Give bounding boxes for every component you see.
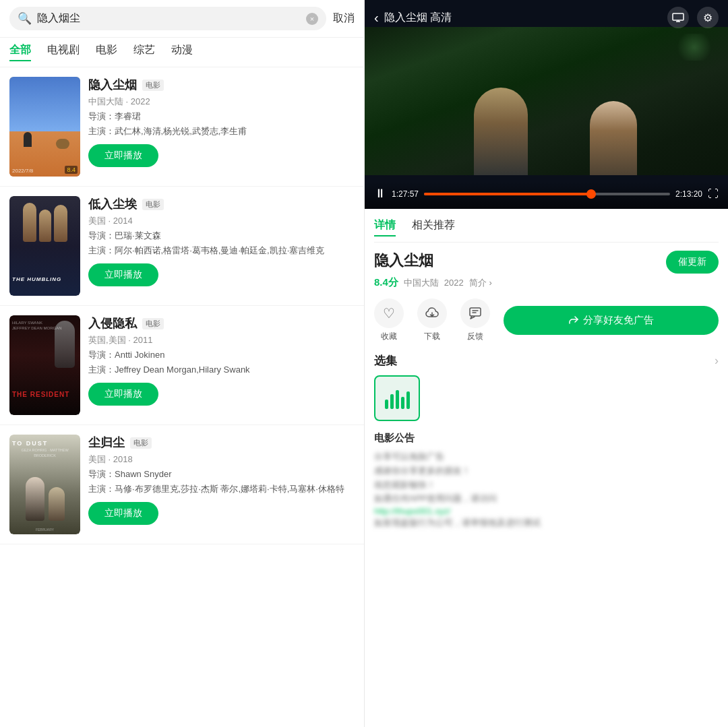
tab-variety[interactable]: 综艺 xyxy=(133,43,155,61)
episode-title: 选集 xyxy=(374,353,397,369)
region-text: 中国大陆 xyxy=(404,277,439,289)
poster-rating: 8.4 xyxy=(65,166,78,174)
result-cast: 主演：马修·布罗德里克,莎拉·杰斯 蒂尔,娜塔莉·卡特,马塞林·休格特 xyxy=(88,483,355,495)
to-dust-title: TO DUST xyxy=(12,440,48,447)
right-panel: ‹ 隐入尘烟 高清 ⚙ xyxy=(364,0,728,727)
back-icon[interactable]: ‹ xyxy=(374,10,379,26)
desc-line-4: 如遇任何APP使用问题，请访问 xyxy=(374,492,719,506)
video-player: ‹ 隐入尘烟 高清 ⚙ xyxy=(365,0,728,209)
progress-thumb[interactable] xyxy=(586,189,596,199)
play-button-1[interactable]: 立即播放 xyxy=(88,144,158,167)
detail-section: 详情 相关推荐 隐入尘烟 催更新 8.4分 中国大陆 2022 简介 › ♡ 收… xyxy=(365,209,728,727)
desc-section: 电影公告 分享可以免除广告 感谢你分享更多的朋友！ 祝您观影愉快！ 如遇任何AP… xyxy=(374,432,719,544)
svg-rect-1 xyxy=(470,308,481,316)
tab-anime[interactable]: 动漫 xyxy=(171,43,193,61)
svg-rect-0 xyxy=(673,13,684,20)
result-cast: 主演：武仁林,海清,杨光锐,武赟志,李生甫 xyxy=(88,125,355,137)
update-button[interactable]: 催更新 xyxy=(666,251,719,274)
share-button[interactable]: 分享好友免广告 xyxy=(504,306,719,335)
desc-title: 电影公告 xyxy=(374,432,719,445)
result-title: 低入尘埃 xyxy=(88,196,137,212)
cast-icon-btn[interactable] xyxy=(667,7,689,28)
result-title: 入侵隐私 xyxy=(88,315,137,331)
tab-all[interactable]: 全部 xyxy=(9,43,31,61)
result-list: 2022/7/8 8.4 隐入尘烟 电影 中国大陆 · 2022 导演：李睿珺 … xyxy=(0,67,364,727)
movie-sub-info: 8.4分 中国大陆 2022 简介 › xyxy=(374,276,719,289)
result-item: 2022/7/8 8.4 隐入尘烟 电影 中国大陆 · 2022 导演：李睿珺 … xyxy=(0,67,364,187)
feedback-icon xyxy=(460,298,490,328)
search-icon: 🔍 xyxy=(18,11,32,26)
play-button-3[interactable]: 立即播放 xyxy=(88,383,158,406)
share-label: 分享好友免广告 xyxy=(583,314,654,327)
tab-tv[interactable]: 电视剧 xyxy=(47,43,80,61)
desc-line-5: 如发现盗版行为公司，请举报他及进行测试 xyxy=(374,516,719,530)
poster-date: 2022/7/8 xyxy=(12,168,33,174)
collect-action[interactable]: ♡ 收藏 xyxy=(374,298,404,342)
result-type: 电影 xyxy=(142,199,164,210)
result-director: 导演：巴瑞·莱文森 xyxy=(88,230,355,242)
poster-3: THE RESIDENT HILARY SWANKJEFFREY DEAN MO… xyxy=(9,315,80,415)
result-meta: 美国 · 2018 xyxy=(88,453,355,466)
year-text: 2022 xyxy=(444,278,464,288)
poster-4: TO DUST GEZA ROHRIG · MATTHEW BRODERICK … xyxy=(9,435,80,534)
tab-related[interactable]: 相关推荐 xyxy=(412,218,455,236)
result-info-1: 隐入尘烟 电影 中国大陆 · 2022 导演：李睿珺 主演：武仁林,海清,杨光锐… xyxy=(88,77,355,177)
left-panel: 🔍 × 取消 全部 电视剧 电影 综艺 动漫 2022 xyxy=(0,0,364,727)
tab-detail[interactable]: 详情 xyxy=(374,218,396,236)
result-info-3: 入侵隐私 电影 英国,美国 · 2011 导演：Antti Jokinen 主演… xyxy=(88,315,355,415)
search-input-wrap[interactable]: 🔍 × xyxy=(9,7,326,30)
fullscreen-button[interactable]: ⛶ xyxy=(708,188,719,200)
poster-2: THE HUMBLING xyxy=(9,196,80,296)
result-item: THE HUMBLING 低入尘埃 电影 美国 · 2014 导演：巴瑞·莱文森… xyxy=(0,187,364,306)
result-director: 导演：李睿珺 xyxy=(88,110,355,123)
desc-line-1: 分享可以免除广告 xyxy=(374,450,719,464)
feedback-action[interactable]: 反馈 xyxy=(460,298,490,342)
search-bar: 🔍 × 取消 xyxy=(0,0,364,38)
play-button-2[interactable]: 立即播放 xyxy=(88,263,158,286)
resident-text: THE RESIDENT xyxy=(12,391,69,398)
pause-button[interactable]: ⏸ xyxy=(374,187,386,201)
result-title: 隐入尘烟 xyxy=(88,77,137,93)
video-header: ‹ 隐入尘烟 高清 ⚙ xyxy=(365,0,728,35)
intro-link[interactable]: 简介 › xyxy=(469,277,492,289)
settings-icon-btn[interactable]: ⚙ xyxy=(697,7,719,28)
progress-fill xyxy=(424,193,591,195)
desc-link[interactable]: http://thupo001.xyz/ xyxy=(374,506,719,516)
result-title: 尘归尘 xyxy=(88,435,125,451)
video-scene xyxy=(365,27,728,175)
result-director: 导演：Antti Jokinen xyxy=(88,349,355,361)
result-type: 电影 xyxy=(142,318,164,329)
result-meta: 美国 · 2014 xyxy=(88,215,355,227)
download-label: 下载 xyxy=(424,331,440,342)
video-title: 隐入尘烟 高清 xyxy=(384,11,452,25)
collect-label: 收藏 xyxy=(381,331,397,342)
action-icons-row: ♡ 收藏 下载 xyxy=(374,298,719,342)
desc-line-3: 祝您观影愉快！ xyxy=(374,478,719,493)
progress-bar[interactable] xyxy=(424,193,670,195)
video-controls: ⏸ 1:27:57 2:13:20 ⛶ xyxy=(365,181,728,209)
result-meta: 英国,美国 · 2011 xyxy=(88,334,355,346)
download-action[interactable]: 下载 xyxy=(417,298,447,342)
humbling-text: THE HUMBLING xyxy=(12,276,61,282)
current-time: 1:27:57 xyxy=(392,189,419,199)
search-input[interactable] xyxy=(37,13,301,25)
result-type: 电影 xyxy=(130,437,152,449)
feedback-label: 反馈 xyxy=(467,331,483,342)
heart-icon: ♡ xyxy=(374,298,404,328)
movie-title-main: 隐入尘烟 xyxy=(374,251,433,271)
tab-movie[interactable]: 电影 xyxy=(96,43,117,61)
clear-icon[interactable]: × xyxy=(306,13,318,25)
episode-chevron[interactable]: › xyxy=(715,354,719,368)
result-cast: 主演：Jeffrey Dean Morgan,Hilary Swank xyxy=(88,364,355,376)
cancel-button[interactable]: 取消 xyxy=(333,11,355,26)
play-button-4[interactable]: 立即播放 xyxy=(88,502,158,525)
download-icon xyxy=(417,298,447,328)
episode-thumb-1[interactable] xyxy=(374,375,420,421)
episode-grid xyxy=(374,375,719,421)
result-item: TO DUST GEZA ROHRIG · MATTHEW BRODERICK … xyxy=(0,425,364,544)
poster-1: 2022/7/8 8.4 xyxy=(9,77,80,177)
movie-info-row: 隐入尘烟 催更新 xyxy=(374,251,719,274)
desc-line-2: 感谢你分享更多的朋友！ xyxy=(374,464,719,478)
result-type: 电影 xyxy=(142,80,164,91)
result-info-4: 尘归尘 电影 美国 · 2018 导演：Shawn Snyder 主演：马修·布… xyxy=(88,435,355,534)
